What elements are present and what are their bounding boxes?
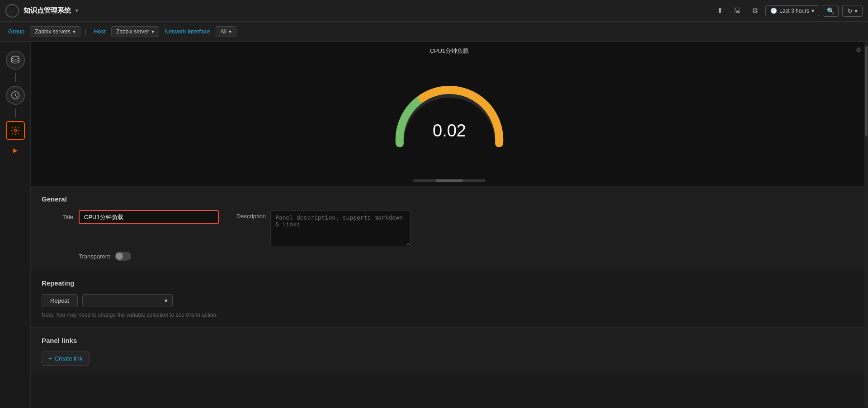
app-title-arrow: ▾ [75,8,78,14]
gauge-container: 0.02 [382,69,517,159]
back-button[interactable]: ← [5,4,19,18]
repeat-row: Repeat ▾ [42,294,857,307]
repeat-note: Note: You may need to change the variabl… [42,312,857,318]
top-bar-left: ← 知识点管理系统 ▾ [5,4,78,18]
title-description-row: Title Description [42,210,857,246]
repeat-label-button[interactable]: Repeat [42,294,78,307]
all-value: All [221,28,226,35]
title-field: Title [42,210,219,224]
svg-point-2 [14,129,17,132]
svg-text:0.02: 0.02 [433,121,466,140]
create-link-label: Create link [55,355,83,362]
sidebar-arrow: ▶ [13,147,17,154]
repeat-dropdown-arrow: ▾ [165,297,168,304]
sidebar: ▶ [0,42,31,408]
host-filter-label[interactable]: Host [91,26,108,37]
refresh-button[interactable]: ↻ ▾ [842,5,863,17]
share-button[interactable]: ⬆ [713,5,726,17]
zabbix-server-value: Zabbix server [116,28,149,35]
repeat-dropdown[interactable]: ▾ [82,294,173,307]
main-area: ▶ CPU1分钟负载 ⚙ 0.02 [0,42,868,408]
time-dropdown-icon: ▾ [811,8,814,14]
top-bar: ← 知识点管理系统 ▾ ⬆ 🖫 ⚙ 🕐 Last 3 hours ▾ 🔍 ↻ ▾ [0,0,868,22]
gauge-panel: CPU1分钟负载 ⚙ 0.02 [31,42,868,186]
create-link-button[interactable]: + Create link [42,352,90,366]
panel-links-section: Panel links + Create link [31,327,868,375]
zabbix-server-dropdown[interactable]: Zabbix server ▾ [111,26,159,37]
sidebar-chart-icon[interactable] [6,86,25,105]
search-button[interactable]: 🔍 [823,5,839,17]
app-title: 知识点管理系统 [24,6,71,15]
content-area: CPU1分钟负载 ⚙ 0.02 General [31,42,868,408]
filter-bar: Group Zabbix servers ▾ | Host Zabbix ser… [0,22,868,42]
time-range-label: Last 3 hours [779,8,809,14]
right-scrollbar[interactable] [864,42,868,408]
gauge-scrollbar[interactable] [413,179,486,182]
transparent-label: Transparent [79,253,110,260]
gauge-settings-button[interactable]: ⚙ [856,46,862,53]
save-button[interactable]: 🖫 [730,5,745,17]
network-interface-label: Network interface [162,26,213,37]
panel-links-section-title: Panel links [42,337,857,344]
transparent-toggle[interactable] [115,252,131,261]
settings-button[interactable]: ⚙ [748,5,762,17]
description-textarea[interactable] [270,210,410,246]
all-arrow: ▾ [229,28,231,35]
zabbix-servers-arrow: ▾ [73,28,75,35]
group-filter-label[interactable]: Group [5,26,27,37]
sidebar-connector-1 [15,73,16,82]
create-link-icon: + [48,355,52,362]
transparent-row: Transparent [79,252,857,261]
all-dropdown[interactable]: All ▾ [216,26,236,37]
refresh-dropdown-icon: ▾ [854,7,858,14]
sidebar-connector-2 [15,108,16,117]
gauge-title: CPU1分钟负载 [430,47,469,55]
zabbix-servers-dropdown[interactable]: Zabbix servers ▾ [30,26,80,37]
scrollbar-thumb [865,46,868,136]
top-bar-right: ⬆ 🖫 ⚙ 🕐 Last 3 hours ▾ 🔍 ↻ ▾ [713,5,863,17]
description-label: Description [230,210,266,220]
time-range-button[interactable]: 🕐 Last 3 hours ▾ [765,5,819,16]
toggle-thumb [116,253,123,260]
refresh-icon: ↻ [847,7,853,14]
sidebar-gear-icon[interactable] [6,121,25,140]
svg-point-0 [11,56,19,59]
general-section-title: General [42,195,857,203]
zabbix-server-arrow: ▾ [151,28,154,35]
host-separator: | [83,28,88,35]
gauge-scrollbar-thumb [436,179,463,182]
title-label: Title [42,214,73,220]
repeating-section: Repeating Repeat ▾ Note: You may need to… [31,270,868,327]
gauge-svg: 0.02 [386,73,513,155]
sidebar-db-icon[interactable] [6,51,25,70]
general-section: General Title Description Transparent [31,186,868,270]
repeating-section-title: Repeating [42,279,857,287]
title-input[interactable] [79,210,219,224]
description-field: Description [230,210,410,246]
zabbix-servers-value: Zabbix servers [35,28,71,35]
clock-icon: 🕐 [770,8,777,14]
